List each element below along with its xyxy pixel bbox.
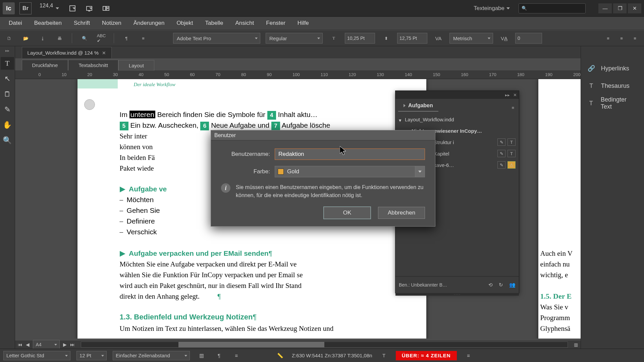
panel-thesaurus[interactable]: TThesaurus [581,77,644,95]
edit-icon[interactable]: ✎ [497,150,505,157]
hand-tool[interactable]: ✋ [1,119,14,131]
font-weight-combo[interactable]: Regular [266,33,323,44]
workspace-selector[interactable]: Texteingabe [474,5,513,12]
username-field[interactable] [275,148,425,160]
document-tab[interactable]: Layout_Workflow.indd @ 124 % ✕ [22,47,112,58]
warning-icon[interactable]: ⚠ [507,161,516,169]
overset-text-badge[interactable]: ÜBER: ≈ 4 ZEILEN [396,351,457,360]
edit-icon[interactable]: ✎ [497,138,505,146]
font-family-combo[interactable]: Adobe Text Pro [173,33,260,44]
refresh-icon[interactable]: ↻ [499,282,503,288]
status-size-combo[interactable]: 12 Pt [76,351,107,360]
text-stats-icon[interactable]: T [378,350,390,361]
align-left-icon[interactable]: ≡ [602,33,614,44]
zoom-selector[interactable]: 124,4 [36,3,62,14]
window-restore-button[interactable]: ❐ [613,3,627,13]
close-tab-icon[interactable]: ✕ [102,50,106,56]
position-tool[interactable]: ↖ [1,72,14,85]
heading-right: 1.5. Der E [540,291,572,302]
menu-icon[interactable]: ≡ [463,350,474,361]
heading-1: ▶ Aufgabe ve [120,184,167,194]
users-icon[interactable]: 👥 [509,282,516,288]
bridge-button[interactable]: Br [19,2,32,14]
list-item[interactable]: ▾Layout_Workflow.indd [396,114,518,125]
ok-button[interactable]: OK [324,207,371,219]
document-tab-label: Layout_Workflow.indd @ 124 % [28,50,99,56]
edit-icon[interactable]: ✎ [497,161,505,169]
panel-menu-icon[interactable]: ≡ [509,104,516,112]
menu-notizen[interactable]: Notizen [96,16,127,30]
panel-hyperlinks[interactable]: 🔗Hyperlinks [581,60,644,77]
status-font-combo[interactable]: Letter Gothic Std [3,351,70,360]
status-spacing-combo[interactable]: Einfacher Zeilenabstand [113,351,190,360]
titlebar: Ic Br 124,4 Texteingabe 🔍 — ❐ ✕ [0,0,644,17]
leading-field[interactable]: 12,75 Pt [397,33,427,44]
menu-objekt[interactable]: Objekt [170,16,199,30]
update-icon[interactable]: ⟲ [488,282,493,288]
color-combo[interactable]: Gold [275,166,425,177]
print-icon[interactable]: 🖶 [54,33,65,44]
menu-schrift[interactable]: Schrift [68,16,96,30]
columns-icon[interactable]: ▥ [196,350,207,361]
view-tab-textabschnitt[interactable]: Textabschnitt [68,60,118,70]
view-options-dropdown[interactable] [66,2,78,14]
menu-hilfe[interactable]: Hilfe [291,16,315,30]
spellcheck-icon[interactable]: ABC✔ [96,33,107,44]
zoom-tool[interactable]: 🔍 [1,134,14,147]
open-icon[interactable]: 📂 [20,33,32,44]
eyedropper-tool[interactable]: ✎ [1,103,14,116]
note-tool[interactable]: 🗒 [1,88,14,101]
nav-prev-icon[interactable]: ◀ [26,342,30,347]
panel-conditional-text[interactable]: TBedingter Text [581,95,644,112]
text-icon[interactable]: T [507,138,516,146]
menu-datei[interactable]: Datei [3,16,28,30]
screen-mode-dropdown[interactable] [83,2,95,14]
control-menu-icon[interactable]: ≡ [138,33,149,44]
font-size-field[interactable]: 10,25 Pt [345,33,375,44]
find-icon[interactable]: 🔍 [79,33,90,44]
menu-icon[interactable]: ≡ [231,350,242,361]
save-icon[interactable]: ⭳ [37,33,48,44]
menu-tabelle[interactable]: Tabelle [199,16,229,30]
view-tab-layout[interactable]: Layout [118,60,154,71]
ruler-horizontal[interactable]: 0102030405060708090100110120130140150160… [15,70,581,79]
paragraph-icon[interactable]: ¶ [213,350,225,361]
tracking-field[interactable]: 0 [515,33,542,44]
panel-resize-handle[interactable]: ┈┈┈ [395,293,519,296]
cancel-button[interactable]: Abbrechen [378,207,425,219]
color-swatch [278,169,284,175]
paragraph-2: Möchten Sie eine Aufgabe verpacken und d… [120,259,355,302]
status-bar: Letter Gothic Std 12 Pt Einfacher Zeilen… [0,349,644,362]
body-line5: In beiden Fä [120,152,155,163]
nav-next-icon[interactable]: ▶ [63,342,67,347]
menu-aenderungen[interactable]: Änderungen [127,16,171,30]
menu-bearbeiten[interactable]: Bearbeiten [28,16,68,30]
nav-last-icon[interactable]: ⏭ [70,342,75,347]
panel-tab-aufgaben[interactable]: Aufgaben [398,100,438,112]
align-center-icon[interactable]: ≡ [616,33,627,44]
arrange-dropdown[interactable] [100,2,112,14]
body-line1: Im unteren Bereich finden Sie die Symbol… [120,109,318,120]
new-icon[interactable]: 🗋 [3,33,15,44]
scrollbar-horizontal[interactable] [81,342,568,348]
bullet-2: – Gehen Sie [120,205,160,216]
split-view-icon[interactable]: ▥ [571,342,581,347]
panel-close-icon[interactable]: ✕ [513,93,517,98]
svg-rect-1 [87,6,92,10]
search-input[interactable]: 🔍 [519,3,586,13]
type-tool[interactable]: T [1,57,14,70]
nav-first-icon[interactable]: ⏮ [18,342,22,347]
kerning-combo[interactable]: Metrisch [449,33,493,44]
window-close-button[interactable]: ✕ [628,3,641,13]
menu-ansicht[interactable]: Ansicht [229,16,260,30]
align-right-icon[interactable]: ≡ [629,33,641,44]
panel-collapse-icon[interactable]: ▸▸ [505,93,510,98]
view-tab-druckfahne[interactable]: Druckfahne [22,60,68,70]
window-minimize-button[interactable]: — [598,3,612,13]
pilcrow-icon[interactable]: ¶ [121,33,132,44]
text-icon[interactable]: T [507,150,516,157]
ruler-icon[interactable]: 📏 [274,350,286,361]
collapse-icon[interactable]: ▸▸ [5,48,9,54]
menu-fenster[interactable]: Fenster [260,16,291,30]
page-number-field[interactable]: A4 [33,340,60,349]
